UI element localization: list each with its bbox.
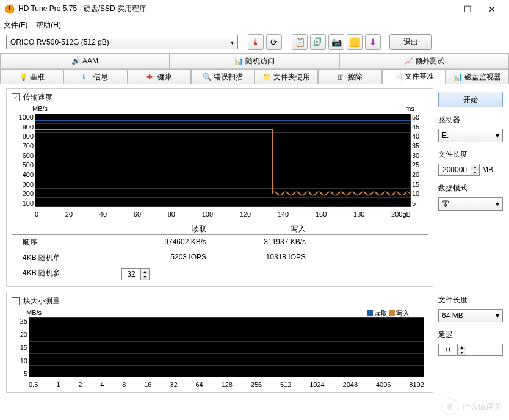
titlebar: HD Tune Pro 5.75 - 硬盘/SSD 实用程序 — ☐ ✕ [0, 0, 509, 18]
write-series-drop [272, 129, 273, 194]
y-axis-right-unit: ms [405, 105, 414, 112]
legend-read-swatch [367, 310, 373, 316]
refresh-button[interactable]: ⟳ [266, 34, 282, 50]
chevron-down-icon: ▾ [496, 311, 499, 320]
file-length-unit: MB [482, 165, 493, 174]
tab-extra-tests[interactable]: 📈额外测试 [339, 53, 509, 68]
save-button[interactable]: 🟨 [347, 34, 363, 50]
options-button[interactable]: ⬇ [365, 34, 381, 50]
copy-info-button[interactable]: 📋 [292, 34, 308, 50]
y-ticks: 252015105 [12, 317, 27, 377]
minimize-button[interactable]: — [431, 1, 455, 18]
tab-health[interactable]: ✚健康 [128, 69, 191, 84]
x-ticks: 020406080100120140160180200gB [35, 211, 411, 218]
write-series-oscillation [272, 190, 410, 197]
tabs-lower: 💡基准 ℹ信息 ✚健康 🔍错误扫描 📁文件夹使用 🗑擦除 📄文件基准 📊磁盘监视… [0, 68, 509, 84]
spinner-up-icon[interactable]: ▲ [458, 344, 466, 350]
write-series-line-flat [35, 129, 272, 130]
delay-input[interactable] [439, 344, 457, 355]
drive-dropdown[interactable]: ORICO RV500-512G (512 gB) ▾ [6, 35, 238, 49]
menu-help[interactable]: 帮助(H) [36, 20, 61, 31]
table-row: 4KB 随机单 5203 IOPS 10318 IOPS [12, 250, 428, 266]
file-length-label: 文件长度 [438, 150, 503, 160]
menu-file[interactable]: 文件(F) [4, 20, 27, 31]
spinner-up-icon[interactable]: ▲ [141, 269, 149, 274]
transfer-speed-panel: ✓ 传输速度 MB/s ms 1000900800700600500400300… [6, 88, 433, 287]
screenshot-button[interactable]: 📷 [328, 34, 344, 50]
tab-aam[interactable]: 🔊AAM [0, 53, 170, 68]
transfer-speed-label: 传输速度 [23, 92, 52, 103]
results-table: 读取 写入 顺序 974602 KB/s 311937 KB/s 4KB 随机单… [12, 224, 428, 283]
table-row: 顺序 974602 KB/s 311937 KB/s [12, 235, 428, 250]
toolbar: ORICO RV500-512G (512 gB) ▾ 🌡 ⟳ 📋 🗐 📷 🟨 … [0, 32, 509, 52]
col-write-header: 写入 [231, 224, 428, 234]
drive-selected-text: ORICO RV500-512G (512 gB) [10, 38, 109, 46]
tab-error-scan[interactable]: 🔍错误扫描 [191, 69, 254, 84]
start-button[interactable]: 开始 [438, 92, 503, 107]
chevron-down-icon: ▾ [231, 39, 234, 46]
file-length2-dropdown[interactable]: 64 MB▾ [438, 309, 503, 322]
tab-disk-monitor[interactable]: 📊磁盘监视器 [446, 69, 509, 84]
queue-depth-input[interactable] [122, 269, 140, 280]
window-title: HD Tune Pro 5.75 - 硬盘/SSD 实用程序 [18, 4, 431, 14]
seq-read-value: 974602 KB/s [109, 237, 231, 248]
data-pattern-dropdown[interactable]: 零▾ [438, 197, 503, 211]
spinner-down-icon[interactable]: ▼ [458, 350, 466, 355]
col-read-header: 读取 [109, 224, 231, 234]
spinner-down-icon[interactable]: ▼ [471, 170, 479, 175]
side-panel: 开始 驱动器 E:▾ 文件长度 ▲▼ MB 数据模式 零▾ 文件长度 64 MB… [438, 88, 503, 397]
copy-screenshot-button[interactable]: 🗐 [310, 34, 326, 50]
tab-benchmark[interactable]: 💡基准 [0, 69, 63, 84]
svg-rect-1 [9, 6, 10, 10]
checkbox-icon [12, 297, 20, 305]
tab-random-access[interactable]: 📊随机访问 [170, 53, 339, 68]
x-ticks: 0.512481632641282565121024204840968192 [29, 381, 424, 388]
tabs-upper: 🔊AAM 📊随机访问 📈额外测试 [0, 52, 509, 68]
y-ticks-left: 1000900800700600500400300200100 [12, 114, 34, 207]
tab-file-benchmark[interactable]: 📄文件基准 [382, 69, 446, 84]
chevron-down-icon: ▾ [496, 200, 499, 208]
file-length-input[interactable] [439, 164, 471, 175]
content-area: ✓ 传输速度 MB/s ms 1000900800700600500400300… [0, 84, 509, 401]
block-size-chart: MB/s 读取 写入 252015105 0.51248163264128256… [12, 309, 428, 388]
menubar: 文件(F) 帮助(H) [0, 18, 509, 32]
4k-single-read-value: 5203 IOPS [109, 253, 231, 263]
exit-button[interactable]: 退出 [389, 34, 432, 50]
row-4k-multi-label: 4KB 随机多 [12, 268, 109, 280]
maximize-button[interactable]: ☐ [455, 1, 480, 18]
temperature-button[interactable]: 🌡 [248, 34, 264, 50]
block-size-checkbox[interactable]: 块大小测量 [12, 296, 428, 306]
legend-write-swatch [389, 310, 395, 316]
drive-label: 驱动器 [438, 115, 503, 125]
spinner-down-icon[interactable]: ▼ [141, 274, 149, 280]
4k-single-write-value: 10318 IOPS [231, 253, 428, 263]
queue-depth-spinner[interactable]: ▲▼ [121, 268, 150, 280]
tab-info[interactable]: ℹ信息 [63, 69, 127, 84]
spinner-up-icon[interactable]: ▲ [471, 164, 479, 170]
delay-label: 延迟 [438, 330, 503, 340]
seq-write-value: 311937 KB/s [231, 237, 428, 248]
block-size-panel: 块大小测量 MB/s 读取 写入 252015105 0.51248163264 [6, 292, 433, 393]
chevron-down-icon: ▾ [496, 131, 499, 140]
chart-legend: 读取 写入 [367, 309, 410, 318]
transfer-speed-checkbox[interactable]: ✓ 传输速度 [12, 92, 428, 103]
chart-plot-area [35, 114, 411, 207]
drive-letter-dropdown[interactable]: E:▾ [438, 129, 503, 142]
y-axis-unit: MB/s [26, 309, 42, 316]
close-button[interactable]: ✕ [480, 1, 504, 18]
app-icon [5, 4, 15, 14]
chart-plot-area [29, 317, 424, 377]
tab-folder-usage[interactable]: 📁文件夹使用 [254, 69, 318, 84]
y-ticks-right: 5045403530252015105 [412, 114, 428, 207]
file-length-spinner[interactable]: ▲▼ [438, 164, 480, 176]
data-pattern-label: 数据模式 [438, 183, 503, 194]
row-4k-single-label: 4KB 随机单 [12, 253, 109, 263]
table-row: 4KB 随机多 ▲▼ [12, 266, 428, 283]
checkbox-icon: ✓ [12, 93, 20, 101]
watermark: 值 什么值得买 [441, 398, 502, 415]
delay-spinner[interactable]: ▲▼ [438, 344, 503, 356]
transfer-speed-chart: MB/s ms 1000900800700600500400300200100 … [12, 105, 428, 218]
row-sequential-label: 顺序 [12, 237, 109, 248]
tab-erase[interactable]: 🗑擦除 [318, 69, 381, 84]
file-length2-label: 文件长度 [438, 295, 503, 305]
